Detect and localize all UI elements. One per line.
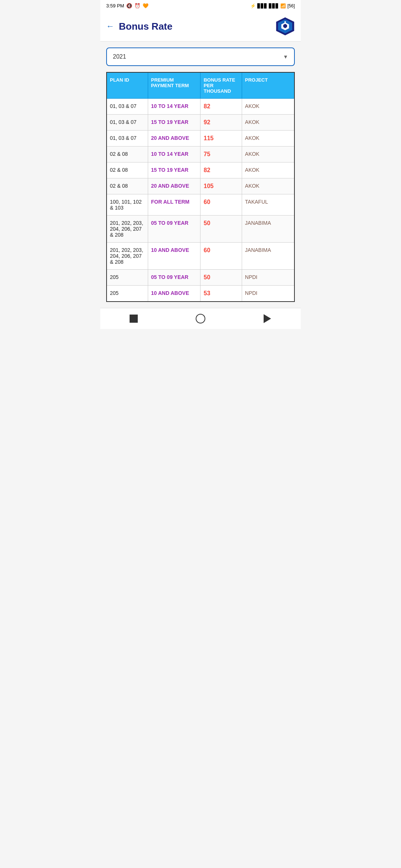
cell-rate: 105 xyxy=(200,178,242,194)
cell-rate: 75 xyxy=(200,147,242,162)
cell-plan-id: 205 xyxy=(107,270,148,286)
alarm-icon: ⏰ xyxy=(134,3,140,9)
back-button[interactable]: ← xyxy=(106,22,114,31)
cell-rate: 60 xyxy=(200,243,242,270)
cell-plan-id: 205 xyxy=(107,286,148,302)
nav-square-button[interactable] xyxy=(128,313,140,325)
cell-term: 10 TO 14 YEAR xyxy=(148,147,200,162)
table-row: 100, 101, 102 & 103FOR ALL TERM60TAKAFUL xyxy=(107,194,294,216)
triangle-icon xyxy=(264,314,271,323)
table-row: 01, 03 & 0710 TO 14 YEAR82AKOK xyxy=(107,99,294,115)
table-row: 02 & 0810 TO 14 YEAR75AKOK xyxy=(107,147,294,162)
cell-rate: 115 xyxy=(200,131,242,147)
cell-rate: 60 xyxy=(200,194,242,216)
cell-rate: 92 xyxy=(200,115,242,131)
table-row: 20510 AND ABOVE53NPDI xyxy=(107,286,294,302)
year-dropdown[interactable]: 2021 ▼ xyxy=(106,47,295,66)
table-row: 201, 202, 203, 204, 206, 207 & 20810 AND… xyxy=(107,243,294,270)
status-bar: 3:59 PM 🔇 ⏰ 🧡 ⚡ ▊▊▊ ▊▊▊ 📶 [56] xyxy=(100,0,301,11)
cell-project: JANABIMA xyxy=(242,216,294,243)
cell-project: AKOK xyxy=(242,162,294,178)
cell-plan-id: 201, 202, 203, 204, 206, 207 & 208 xyxy=(107,243,148,270)
col-project: PROJECT xyxy=(242,72,294,99)
cell-term: 05 TO 09 YEAR xyxy=(148,216,200,243)
table-row: 201, 202, 203, 204, 206, 207 & 20805 TO … xyxy=(107,216,294,243)
mute-icon: 🔇 xyxy=(126,3,132,9)
cell-project: NPDI xyxy=(242,270,294,286)
cell-plan-id: 02 & 08 xyxy=(107,178,148,194)
col-rate: BONUS RATE PER THOUSAND xyxy=(200,72,242,99)
nav-circle-button[interactable] xyxy=(195,313,206,325)
cell-project: AKOK xyxy=(242,115,294,131)
company-logo xyxy=(276,17,295,36)
table-row: 02 & 0820 AND ABOVE105AKOK xyxy=(107,178,294,194)
status-left: 3:59 PM 🔇 ⏰ 🧡 xyxy=(106,3,149,9)
cell-plan-id: 02 & 08 xyxy=(107,147,148,162)
table-row: 01, 03 & 0720 AND ABOVE115AKOK xyxy=(107,131,294,147)
dropdown-value: 2021 xyxy=(113,53,126,60)
cell-term: 20 AND ABOVE xyxy=(148,178,200,194)
table-row: 02 & 0815 TO 19 YEAR82AKOK xyxy=(107,162,294,178)
cell-term: 10 TO 14 YEAR xyxy=(148,99,200,115)
status-right: ⚡ ▊▊▊ ▊▊▊ 📶 [56] xyxy=(250,3,295,9)
app-header: ← Bonus Rate xyxy=(100,11,301,42)
cell-rate: 82 xyxy=(200,99,242,115)
header-left: ← Bonus Rate xyxy=(106,21,172,32)
col-term: PREMIUM PAYMENT TERM xyxy=(148,72,200,99)
cell-project: TAKAFUL xyxy=(242,194,294,216)
wifi-icon: 📶 xyxy=(280,3,286,9)
cell-plan-id: 02 & 08 xyxy=(107,162,148,178)
square-icon xyxy=(130,315,138,323)
cell-plan-id: 100, 101, 102 & 103 xyxy=(107,194,148,216)
cell-term: FOR ALL TERM xyxy=(148,194,200,216)
cell-plan-id: 01, 03 & 07 xyxy=(107,131,148,147)
cell-rate: 50 xyxy=(200,270,242,286)
cell-plan-id: 01, 03 & 07 xyxy=(107,99,148,115)
bluetooth-icon: ⚡ xyxy=(250,3,256,9)
signal1-icon: ▊▊▊ xyxy=(257,3,267,9)
signal2-icon: ▊▊▊ xyxy=(269,3,279,9)
cell-project: JANABIMA xyxy=(242,243,294,270)
cell-term: 10 AND ABOVE xyxy=(148,286,200,302)
cell-term: 05 TO 09 YEAR xyxy=(148,270,200,286)
cell-term: 15 TO 19 YEAR xyxy=(148,162,200,178)
nav-back-button[interactable] xyxy=(261,313,273,325)
cell-term: 15 TO 19 YEAR xyxy=(148,115,200,131)
page-title: Bonus Rate xyxy=(119,21,172,32)
chevron-down-icon: ▼ xyxy=(283,54,288,60)
cell-project: AKOK xyxy=(242,131,294,147)
battery-icon: [56] xyxy=(287,3,295,9)
time-display: 3:59 PM xyxy=(106,3,124,9)
table-row: 01, 03 & 0715 TO 19 YEAR92AKOK xyxy=(107,115,294,131)
cell-term: 10 AND ABOVE xyxy=(148,243,200,270)
cell-rate: 53 xyxy=(200,286,242,302)
year-dropdown-container: 2021 ▼ xyxy=(100,42,301,72)
cell-project: AKOK xyxy=(242,147,294,162)
table-row: 20505 TO 09 YEAR50NPDI xyxy=(107,270,294,286)
bonus-rate-table: PLAN ID PREMIUM PAYMENT TERM BONUS RATE … xyxy=(106,72,295,302)
cell-project: NPDI xyxy=(242,286,294,302)
cell-rate: 50 xyxy=(200,216,242,243)
bonus-rate-table-container: PLAN ID PREMIUM PAYMENT TERM BONUS RATE … xyxy=(100,72,301,308)
svg-rect-4 xyxy=(284,21,286,24)
cell-rate: 82 xyxy=(200,162,242,178)
heart-icon: 🧡 xyxy=(143,3,149,9)
circle-icon xyxy=(196,314,205,323)
cell-plan-id: 201, 202, 203, 204, 206, 207 & 208 xyxy=(107,216,148,243)
cell-project: AKOK xyxy=(242,99,294,115)
nav-bar xyxy=(100,308,301,329)
cell-term: 20 AND ABOVE xyxy=(148,131,200,147)
table-header-row: PLAN ID PREMIUM PAYMENT TERM BONUS RATE … xyxy=(107,72,294,99)
cell-plan-id: 01, 03 & 07 xyxy=(107,115,148,131)
cell-project: AKOK xyxy=(242,178,294,194)
table-body: 01, 03 & 0710 TO 14 YEAR82AKOK01, 03 & 0… xyxy=(107,99,294,302)
col-plan-id: PLAN ID xyxy=(107,72,148,99)
